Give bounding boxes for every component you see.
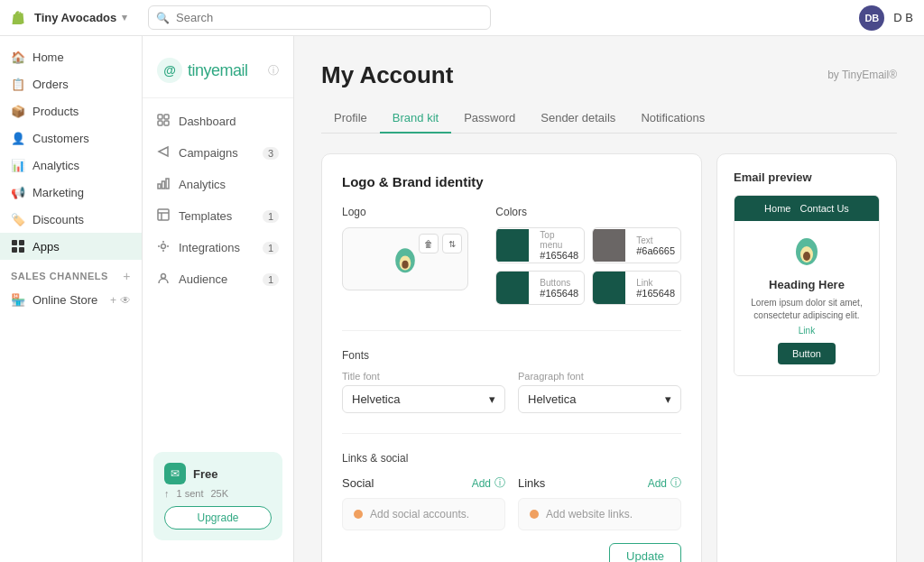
integrations-badge: 1 [263,242,279,254]
sidebar-item-marketing[interactable]: 📢 Marketing [0,179,142,206]
customers-icon: 👤 [11,131,25,145]
templates-icon [157,208,170,224]
tinyemail-nav-analytics[interactable]: Analytics [143,169,293,200]
eye-icon[interactable]: 👁 [120,294,131,307]
store-name: Tiny Avocados [34,11,116,24]
preview-link: Link [745,326,868,336]
preview-button: Button [778,343,836,364]
add-store-channel-icon[interactable]: + [110,294,116,307]
sidebar-item-apps[interactable]: Apps [0,233,142,260]
add-social-button[interactable]: Add ⓘ [472,475,505,491]
update-button[interactable]: Update [609,543,681,562]
sidebar-item-products[interactable]: 📦 Products [0,97,142,124]
colors-section: Colors Top menu #165648 [495,206,681,312]
links-section-title: Links & social [342,452,681,465]
sidebar-item-customers[interactable]: 👤 Customers [0,124,142,152]
brand-identity-title: Logo & Brand identity [342,174,681,189]
add-social-info-icon: ⓘ [494,475,505,491]
search-input[interactable] [148,5,491,30]
svg-rect-10 [166,179,169,189]
paragraph-font-group: Paragraph font Helvetica ▾ [518,371,681,413]
tinyemail-sidebar: @ tinyemail ⓘ Dashboard Campaigns 3 [143,36,294,562]
tinyemail-nav-audience[interactable]: Audience 1 [143,263,293,295]
left-sidebar: 🏠 Home 📋 Orders 📦 Products 👤 Customers 📊… [0,36,143,562]
account-tabs: Profile Brand kit Password Sender detail… [321,104,897,134]
title-font-select[interactable]: Helvetica ▾ [342,385,505,413]
svg-rect-11 [158,209,169,220]
upgrade-email-icon: ✉ [164,463,186,484]
buttons-color[interactable]: Buttons #165648 [495,271,585,305]
campaigns-icon [157,145,170,161]
svg-rect-9 [162,181,165,189]
dashboard-icon [157,114,170,129]
upgrade-plan-label: Free [193,467,217,481]
svg-rect-0 [12,240,17,245]
add-links-button[interactable]: Add ⓘ [648,475,681,491]
links-section: Links & social Social Add ⓘ [342,433,681,562]
fonts-label: Fonts [342,349,681,362]
tab-brand-kit[interactable]: Brand kit [380,104,451,134]
preview-avocado-icon [789,232,825,268]
upgrade-stats: ↑ 1 sent 25K [164,488,272,499]
campaigns-badge: 3 [263,147,279,160]
links-col: Links Add ⓘ Add website links. [518,475,681,530]
tab-profile[interactable]: Profile [321,104,380,134]
top-nav-right: DB D B [859,5,913,31]
tinyemail-wordmark: tinyemail [188,61,248,80]
paragraph-font-select[interactable]: Helvetica ▾ [518,385,681,413]
top-menu-color[interactable]: Top menu #165648 [495,227,585,263]
shopify-logo-icon [11,9,29,27]
tinyemail-header: @ tinyemail ⓘ [143,47,293,98]
delete-logo-button[interactable]: 🗑 [419,234,439,253]
sidebar-item-home[interactable]: 🏠 Home [0,43,142,70]
top-menu-swatch [496,229,529,262]
templates-badge: 1 [263,210,279,223]
online-store-item[interactable]: 🏪 Online Store + 👁 [0,287,142,313]
by-label: by TinyEmail® [827,69,897,81]
tinyemail-nav-templates[interactable]: Templates 1 [143,200,293,232]
buttons-swatch [496,272,529,304]
avatar[interactable]: DB [859,5,884,31]
svg-rect-4 [158,115,162,119]
preview-nav: Home Contact Us [735,196,879,221]
text-color[interactable]: Text #6a6665 [592,227,681,263]
tinyemail-info-icon[interactable]: ⓘ [268,63,279,78]
tinyemail-nav-campaigns[interactable]: Campaigns 3 [143,137,293,169]
page-title: My Account [321,61,453,89]
main-content: My Account by TinyEmail® Profile Brand k… [294,36,924,562]
preview-body-text: Lorem ipsum dolor sit amet, consectetur … [745,297,868,322]
email-preview-frame: Home Contact Us Heading Here Lorem ipsum… [734,195,880,376]
sidebar-item-analytics[interactable]: 📊 Analytics [0,152,142,179]
svg-point-15 [162,274,166,279]
tab-notifications[interactable]: Notifications [628,104,717,134]
marketing-icon: 📢 [11,185,25,199]
sidebar-item-discounts[interactable]: 🏷️ Discounts [0,206,142,233]
tab-password[interactable]: Password [451,104,528,134]
analytics-icon: 📊 [11,158,25,172]
logo-avocado-image [389,243,421,275]
apps-icon [11,239,25,253]
sidebar-item-orders[interactable]: 📋 Orders [0,70,142,97]
store-dropdown-icon[interactable]: ▾ [122,12,127,23]
links-dot-icon [530,510,539,519]
tab-sender-details[interactable]: Sender details [528,104,628,134]
add-sales-channel-button[interactable]: + [123,269,131,283]
user-name: D B [893,11,913,24]
fonts-section: Fonts Title font Helvetica ▾ Paragraph f… [342,330,681,413]
tinyemail-nav-integrations[interactable]: Integrations 1 [143,232,293,263]
swap-logo-button[interactable]: ⇅ [442,234,462,253]
svg-rect-6 [158,121,162,125]
products-icon: 📦 [11,104,25,118]
title-font-group: Title font Helvetica ▾ [342,371,505,413]
analytics-sidebar-icon [157,177,170,192]
logo-label: Logo [342,206,468,218]
upgrade-button[interactable]: Upgrade [164,506,272,530]
tinyemail-nav-dashboard[interactable]: Dashboard [143,106,293,137]
svg-rect-8 [158,184,161,189]
home-icon: 🏠 [11,50,25,64]
preview-title: Email preview [734,170,880,184]
logo-box: 🗑 ⇅ [342,227,468,290]
upgrade-box: ✉ Free ↑ 1 sent 25K Upgrade [153,452,282,540]
link-color[interactable]: Link #165648 [592,271,681,305]
store-brand[interactable]: Tiny Avocados ▾ [11,9,137,27]
